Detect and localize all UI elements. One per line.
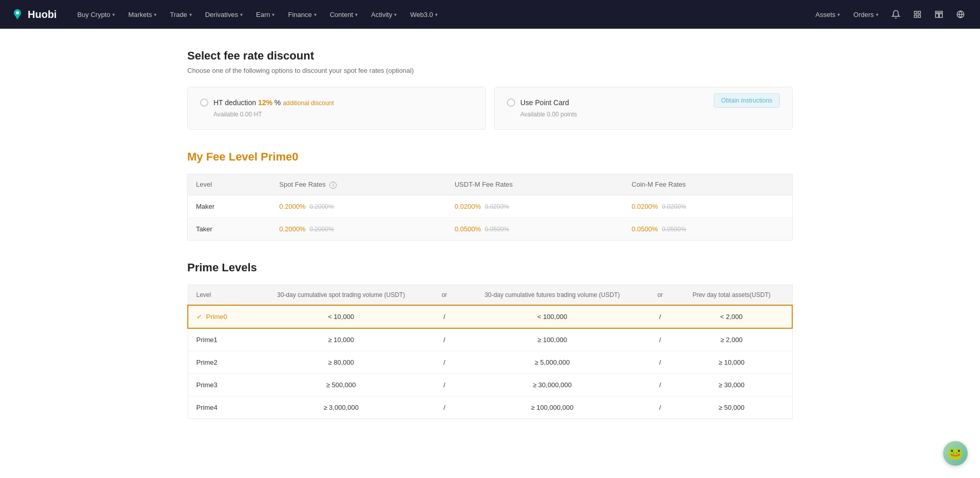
chevron-down-icon: ▾ bbox=[154, 12, 156, 17]
chevron-down-icon: ▾ bbox=[112, 12, 115, 17]
nav-item-buy-crypto[interactable]: Buy Crypto ▾ bbox=[71, 0, 121, 29]
prime-col-or1: or bbox=[434, 285, 456, 305]
chevron-down-icon: ▾ bbox=[394, 12, 397, 17]
obtain-instructions-button[interactable]: Obtain instructions bbox=[714, 93, 780, 108]
fee-discount-subtitle: Choose one of the following options to d… bbox=[187, 67, 793, 74]
ht-radio[interactable] bbox=[200, 98, 208, 107]
prime-col-futures-vol: 30-day cumulative futures trading volume… bbox=[455, 285, 649, 305]
chevron-down-icon: ▾ bbox=[876, 12, 878, 17]
fee-col-usdt: USDT-M Fee Rates bbox=[446, 174, 623, 195]
chevron-down-icon: ▾ bbox=[355, 12, 358, 17]
prime-row-futures: ≥ 100,000 bbox=[455, 328, 649, 351]
fee-level-value: Prime0 bbox=[261, 150, 298, 163]
nav-item-markets[interactable]: Markets ▾ bbox=[122, 0, 163, 29]
fee-col-level: Level bbox=[188, 174, 271, 195]
svg-rect-2 bbox=[914, 15, 917, 17]
nav-orders[interactable]: Orders ▾ bbox=[848, 0, 884, 29]
nav-item-earn[interactable]: Earn ▾ bbox=[250, 0, 281, 29]
svg-rect-0 bbox=[914, 11, 917, 14]
grid-icon[interactable] bbox=[908, 5, 927, 24]
fee-table: Level Spot Fee Rates i USDT-M Fee Rates … bbox=[187, 174, 793, 241]
table-row: Prime1 ≥ 10,000 / ≥ 100,000 / ≥ 2,000 bbox=[188, 328, 792, 351]
ht-highlight: 12% bbox=[258, 98, 272, 107]
prime-row-name: Prime3 bbox=[188, 373, 249, 396]
prime-row-spot: ≥ 500,000 bbox=[249, 373, 434, 396]
prime-separator-1: / bbox=[434, 396, 456, 419]
ht-card-header: HT deduction 12% % additional discount bbox=[200, 98, 473, 107]
prime-row-name: ✓ Prime0 bbox=[188, 305, 249, 328]
prime-col-or2: or bbox=[649, 285, 671, 305]
svg-rect-4 bbox=[935, 11, 942, 13]
svg-rect-3 bbox=[918, 15, 920, 17]
prime-row-assets: < 2,000 bbox=[671, 305, 792, 328]
prime-row-spot: ≥ 3,000,000 bbox=[249, 396, 434, 419]
nav-item-web3[interactable]: Web3.0 ▾ bbox=[404, 0, 444, 29]
prime-separator-2: / bbox=[649, 328, 671, 351]
prime-col-prev-day: Prev day total assets(USDT) bbox=[671, 285, 792, 305]
fee-discount-cards: HT deduction 12% % additional discount A… bbox=[187, 87, 793, 130]
fee-col-coin: Coin-M Fee Rates bbox=[623, 174, 792, 195]
prime-row-spot: < 10,000 bbox=[249, 305, 434, 328]
prime-row-name: Prime1 bbox=[188, 328, 249, 351]
row-maker-coin: 0.0200% 0.0200% bbox=[623, 195, 792, 217]
navbar: Huobi Buy Crypto ▾ Markets ▾ Trade ▾ Der… bbox=[0, 0, 980, 29]
fee-level-title: My Fee Level Prime0 bbox=[187, 150, 793, 164]
row-maker-spot: 0.2000% 0.2000% bbox=[271, 195, 446, 217]
ht-deduction-card: HT deduction 12% % additional discount A… bbox=[187, 87, 486, 130]
row-maker-type: Maker bbox=[188, 195, 271, 217]
prime-separator-1: / bbox=[434, 305, 456, 328]
chevron-down-icon: ▾ bbox=[837, 12, 840, 17]
table-row: Prime2 ≥ 80,000 / ≥ 5,000,000 / ≥ 10,000 bbox=[188, 351, 792, 373]
nav-menu: Buy Crypto ▾ Markets ▾ Trade ▾ Derivativ… bbox=[71, 0, 811, 29]
ht-card-title: HT deduction 12% % additional discount bbox=[213, 98, 334, 107]
nav-item-derivatives[interactable]: Derivatives ▾ bbox=[199, 0, 249, 29]
prime-levels-section: Prime Levels Level 30-day cumulative spo… bbox=[187, 261, 793, 419]
prime-row-assets: ≥ 10,000 bbox=[671, 351, 792, 373]
nav-item-finance[interactable]: Finance ▾ bbox=[282, 0, 322, 29]
prime-row-spot: ≥ 10,000 bbox=[249, 328, 434, 351]
prime-row-futures: ≥ 30,000,000 bbox=[455, 373, 649, 396]
chevron-down-icon: ▾ bbox=[189, 12, 192, 17]
svg-rect-5 bbox=[935, 14, 938, 17]
prime-row-futures: < 100,000 bbox=[455, 305, 649, 328]
fee-col-spot: Spot Fee Rates i bbox=[271, 174, 446, 195]
prime-check-icon: ✓ bbox=[197, 313, 202, 321]
globe-icon[interactable] bbox=[951, 5, 970, 24]
layout-icon[interactable] bbox=[930, 5, 948, 24]
row-taker-spot: 0.2000% 0.2000% bbox=[271, 217, 446, 240]
prime-separator-2: / bbox=[649, 305, 671, 328]
prime-separator-2: / bbox=[649, 373, 671, 396]
point-radio[interactable] bbox=[507, 98, 515, 107]
point-card: Obtain instructions Use Point Card Avail… bbox=[494, 87, 793, 130]
prime-col-spot-vol: 30-day cumulative spot trading volume (U… bbox=[249, 285, 434, 305]
prime-row-futures: ≥ 100,000,000 bbox=[455, 396, 649, 419]
nav-item-trade[interactable]: Trade ▾ bbox=[164, 0, 198, 29]
nav-item-content[interactable]: Content ▾ bbox=[324, 0, 364, 29]
brand-logo[interactable]: Huobi bbox=[10, 7, 57, 22]
prime-separator-2: / bbox=[649, 351, 671, 373]
prime-levels-title: Prime Levels bbox=[187, 261, 793, 274]
prime-separator-1: / bbox=[434, 351, 456, 373]
ht-additional: additional discount bbox=[283, 99, 334, 107]
row-taker-type: Taker bbox=[188, 217, 271, 240]
fee-level-section: My Fee Level Prime0 Level Spot Fee Rates… bbox=[187, 150, 793, 241]
fee-level-text: My Fee Level bbox=[187, 150, 261, 163]
chevron-down-icon: ▾ bbox=[240, 12, 243, 17]
svg-rect-1 bbox=[918, 11, 920, 14]
point-card-title: Use Point Card bbox=[520, 98, 569, 107]
prime-row-assets: ≥ 30,000 bbox=[671, 373, 792, 396]
prime-separator-2: / bbox=[649, 396, 671, 419]
table-row: Taker 0.2000% 0.2000% 0.0500% 0.0500% 0.… bbox=[188, 217, 793, 240]
prime-row-assets: ≥ 50,000 bbox=[671, 396, 792, 419]
ht-available: Available 0.00 HT bbox=[213, 111, 473, 118]
point-available: Available 0.00 points bbox=[520, 111, 780, 118]
notification-icon[interactable] bbox=[887, 5, 905, 24]
table-row: Prime4 ≥ 3,000,000 / ≥ 100,000,000 / ≥ 5… bbox=[188, 396, 792, 419]
spot-info-icon[interactable]: i bbox=[329, 182, 337, 189]
main-content: Select fee rate discount Choose one of t… bbox=[156, 29, 824, 440]
row-maker-usdt: 0.0200% 0.0200% bbox=[446, 195, 623, 217]
nav-item-activity[interactable]: Activity ▾ bbox=[365, 0, 403, 29]
prime-col-level: Level bbox=[188, 285, 249, 305]
point-card-header: Use Point Card bbox=[507, 98, 714, 107]
nav-assets[interactable]: Assets ▾ bbox=[810, 0, 845, 29]
